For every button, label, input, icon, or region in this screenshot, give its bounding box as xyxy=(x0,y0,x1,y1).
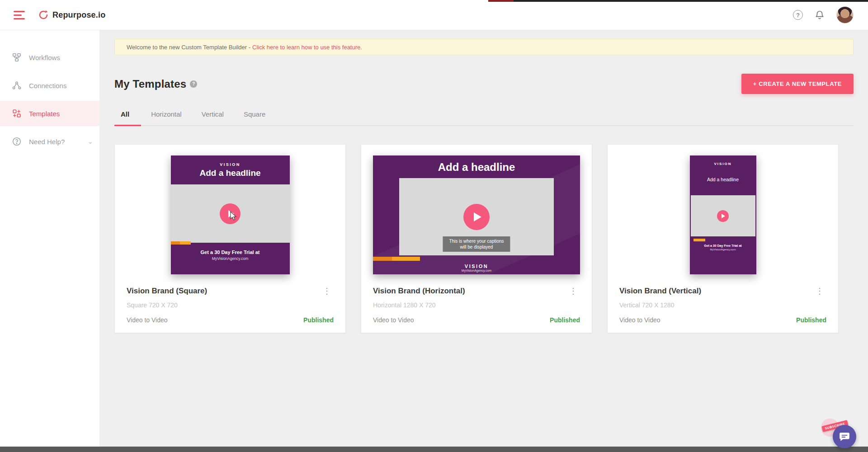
page-title: My Templates xyxy=(114,78,186,90)
video-progress-artifact xyxy=(488,0,868,2)
thumbnail-cta: Get a 30 Day Free Trial at xyxy=(171,250,290,255)
thumbnail-cta: Get a 30 Day Free Trial at xyxy=(690,244,756,247)
repurpose-logo-icon xyxy=(38,9,49,20)
template-type: Video to Video xyxy=(127,316,168,324)
welcome-banner: Welcome to the new Custom Template Build… xyxy=(114,39,854,55)
captions-placeholder: This is where your captions will be disp… xyxy=(443,236,510,252)
template-filter-tabs: All Horizontal Vertical Square xyxy=(114,108,854,126)
thumbnail-video-area: This is where your captions will be disp… xyxy=(399,178,554,255)
template-dimensions: Horizontal 1280 X 720 xyxy=(373,301,580,309)
sidebar-item-workflows[interactable]: Workflows xyxy=(0,45,99,70)
template-type: Video to Video xyxy=(619,316,660,324)
sidebar-item-connections[interactable]: Connections xyxy=(0,73,99,98)
thumbnail-url: MyVisionAgency.com xyxy=(171,256,290,261)
main-content: Welcome to the new Custom Template Build… xyxy=(99,30,868,452)
help-icon[interactable]: ? xyxy=(793,10,803,20)
template-thumbnail[interactable]: VISION Add a headline Get a 30 Day Free … xyxy=(690,155,756,274)
template-card-vertical: VISION Add a headline Get a 30 Day Free … xyxy=(607,144,839,333)
template-thumbnail[interactable]: VISION Add a headline Get a 30 Day Free … xyxy=(171,155,290,274)
template-name: Vision Brand (Vertical) xyxy=(619,287,701,296)
status-badge: Published xyxy=(303,316,334,324)
sidebar-item-label: Templates xyxy=(29,110,60,118)
chevron-down-icon: ⌄ xyxy=(87,140,93,143)
accent-bar xyxy=(373,257,420,261)
template-card-horizontal: Add a headline This is where your captio… xyxy=(361,144,592,333)
tab-square[interactable]: Square xyxy=(234,108,275,126)
chat-widget: SUBSCRIBE xyxy=(821,418,857,450)
chat-bubble-button[interactable] xyxy=(833,425,856,448)
accent-bar xyxy=(693,239,705,241)
thumbnail-video-area xyxy=(171,184,290,243)
template-thumbnail[interactable]: Add a headline This is where your captio… xyxy=(373,155,580,274)
thumbnail-wrap: VISION Add a headline Get a 30 Day Free … xyxy=(127,155,334,274)
vision-logo: VISION xyxy=(220,162,241,167)
status-badge: Published xyxy=(550,316,580,324)
templates-icon xyxy=(12,108,22,118)
thumbnail-wrap: VISION Add a headline Get a 30 Day Free … xyxy=(619,155,826,274)
brand-name: Repurpose.io xyxy=(52,10,105,20)
screen-edge-artifact xyxy=(0,447,868,452)
template-name: Vision Brand (Square) xyxy=(127,287,207,296)
template-dimensions: Vertical 720 X 1280 xyxy=(619,301,826,309)
menu-icon[interactable] xyxy=(14,11,25,19)
connections-icon xyxy=(12,80,22,90)
thumbnail-headline: Add a headline xyxy=(199,168,260,178)
topbar-actions: ? xyxy=(793,6,854,24)
sidebar-item-label: Workflows xyxy=(29,54,60,61)
page-title-help-icon[interactable]: ? xyxy=(190,80,197,88)
sidebar-item-label: Connections xyxy=(29,82,66,89)
thumbnail-url: MyVisionAgency.com xyxy=(373,269,580,272)
play-icon[interactable] xyxy=(717,210,729,222)
thumbnail-video-area xyxy=(691,195,755,236)
template-dimensions: Square 720 X 720 xyxy=(127,301,334,309)
create-template-button[interactable]: + CREATE A NEW TEMPLATE xyxy=(741,74,854,94)
tab-horizontal[interactable]: Horizontal xyxy=(141,108,192,126)
play-icon[interactable] xyxy=(463,204,490,230)
template-type: Video to Video xyxy=(373,316,414,324)
sidebar: Workflows Connections Templates xyxy=(0,30,99,452)
vision-logo: VISION xyxy=(373,264,580,269)
status-badge: Published xyxy=(796,316,826,324)
banner-text: Welcome to the new Custom Template Build… xyxy=(127,44,250,51)
sidebar-item-need-help[interactable]: Need Help? ⌄ xyxy=(0,129,99,154)
template-card-square: VISION Add a headline Get a 30 Day Free … xyxy=(114,144,346,333)
mouse-cursor xyxy=(229,211,237,221)
user-avatar[interactable] xyxy=(836,6,854,24)
question-circle-icon xyxy=(12,137,22,146)
page-header: My Templates ? + CREATE A NEW TEMPLATE xyxy=(114,74,854,94)
sidebar-item-label: Need Help? xyxy=(29,138,65,146)
notifications-bell-icon[interactable] xyxy=(815,10,825,20)
card-menu-icon[interactable]: ⋮ xyxy=(813,286,826,296)
banner-learn-link[interactable]: Click here to learn how to use this feat… xyxy=(252,44,362,51)
card-menu-icon[interactable]: ⋮ xyxy=(320,286,334,296)
thumbnail-headline: Add a headline xyxy=(690,177,756,182)
thumbnail-url: MyVisionAgency.com xyxy=(690,248,756,251)
tab-all[interactable]: All xyxy=(114,108,141,126)
tab-vertical[interactable]: Vertical xyxy=(192,108,234,126)
thumbnail-headline: Add a headline xyxy=(373,161,580,174)
card-menu-icon[interactable]: ⋮ xyxy=(566,286,580,296)
app-screen: Repurpose.io ? Workflows xyxy=(0,0,868,452)
topbar: Repurpose.io ? xyxy=(0,0,868,30)
accent-bar xyxy=(171,241,191,245)
workflows-icon xyxy=(12,52,22,62)
template-card-grid: VISION Add a headline Get a 30 Day Free … xyxy=(114,144,854,333)
brand[interactable]: Repurpose.io xyxy=(38,9,105,20)
template-name: Vision Brand (Horizontal) xyxy=(373,287,465,296)
thumbnail-wrap: Add a headline This is where your captio… xyxy=(373,155,580,274)
sidebar-item-templates[interactable]: Templates xyxy=(0,101,99,126)
vision-logo: VISION xyxy=(690,162,756,166)
